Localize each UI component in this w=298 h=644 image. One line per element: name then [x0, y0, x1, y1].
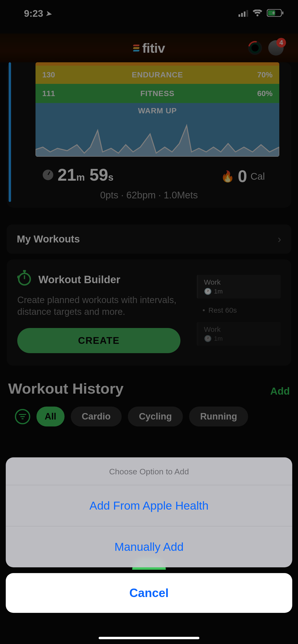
action-add-from-apple-health[interactable]: Add From Apple Health — [6, 485, 292, 526]
action-sheet: Choose Option to Add Add From Apple Heal… — [6, 457, 292, 613]
action-manually-add[interactable]: Manually Add — [6, 526, 292, 567]
action-sheet-title: Choose Option to Add — [6, 457, 292, 485]
action-cancel[interactable]: Cancel — [6, 573, 292, 613]
home-indicator[interactable] — [99, 637, 199, 639]
